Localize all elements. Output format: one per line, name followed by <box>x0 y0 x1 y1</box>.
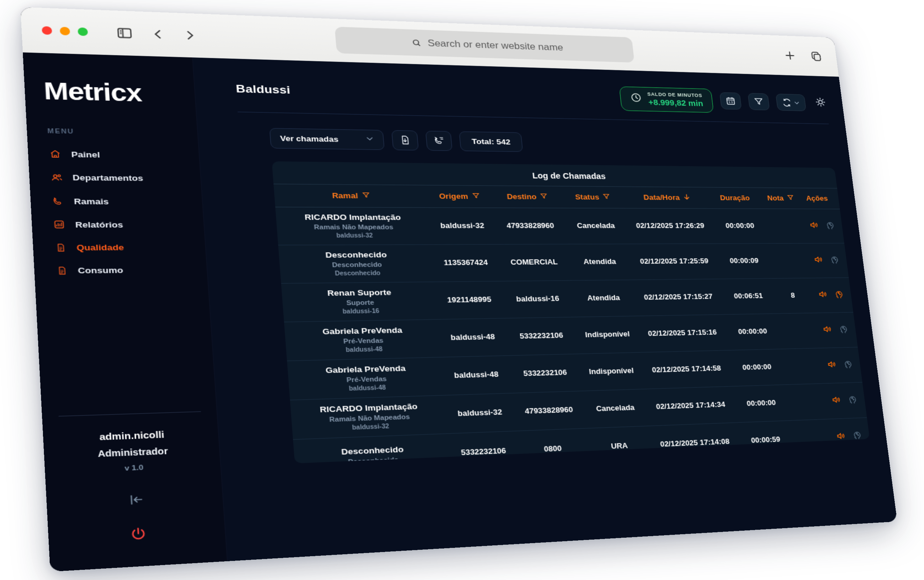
export-file-button[interactable] <box>391 130 419 150</box>
play-audio-icon[interactable] <box>813 255 824 266</box>
column-header[interactable]: Origem <box>425 185 494 207</box>
column-header[interactable]: Ações <box>797 188 840 208</box>
column-header[interactable]: Status <box>561 186 625 208</box>
acoes-cell <box>819 356 861 375</box>
menu-item-label: Qualidade <box>76 243 124 252</box>
column-sort-filter-icon[interactable] <box>540 193 549 201</box>
back-button[interactable] <box>151 28 165 40</box>
play-audio-icon[interactable] <box>830 395 841 406</box>
ramal-cell: RICARDO Implantação Ramais Não Mapeados … <box>276 209 431 242</box>
status-cell: URA <box>587 437 651 455</box>
acoes-cell <box>828 427 870 447</box>
destino-cell: 47933828960 <box>495 218 566 233</box>
duracao-cell: 00:00:59 <box>738 432 793 448</box>
menu-item-label: Painel <box>71 150 100 159</box>
origem-cell: baldussi-48 <box>439 329 507 346</box>
column-sort-filter-icon[interactable] <box>471 192 480 201</box>
main-content: Baldussi SALDO DE MINUTOS +8.999,82 min <box>193 58 897 561</box>
ai-analysis-icon[interactable] <box>838 324 849 336</box>
nota-cell <box>779 327 815 334</box>
ai-analysis-icon[interactable] <box>829 255 840 266</box>
browser-window: Search or enter website name Metricx MEN… <box>20 7 897 572</box>
user-role: Administrador <box>61 445 204 460</box>
play-audio-icon[interactable] <box>822 325 832 336</box>
new-tab-icon[interactable] <box>783 49 797 61</box>
calendar-button[interactable] <box>719 92 742 110</box>
logout-power-icon[interactable] <box>129 526 147 545</box>
destino-cell: baldussi-16 <box>502 291 573 307</box>
filter-button[interactable] <box>748 93 770 110</box>
ramal-group: Pré-Vendas <box>346 375 387 384</box>
address-bar[interactable]: Search or enter website name <box>335 27 634 63</box>
zoom-window-button[interactable] <box>78 27 88 36</box>
destino-cell: 0800 <box>516 440 589 458</box>
column-sort-filter-icon[interactable] <box>786 194 795 203</box>
sidebar-menu-item[interactable]: Relatórios <box>48 216 189 233</box>
column-sort-filter-icon[interactable] <box>602 193 611 202</box>
address-bar-placeholder: Search or enter website name <box>427 38 564 53</box>
ramal-extension: baldussi-32 <box>352 423 389 431</box>
sidebar-menu-item[interactable]: Consumo <box>50 261 192 279</box>
datahora-cell: 02/12/2025 17:15:27 <box>634 289 723 305</box>
ramal-cell: Renan Suporte Suporte baldussi-16 <box>281 284 437 319</box>
ramal-name: Desconhecido <box>325 250 387 260</box>
ramal-name: RICARDO Implantação <box>320 402 418 414</box>
forward-button[interactable] <box>183 29 197 41</box>
user-name: admin.nicolli <box>59 428 203 443</box>
column-header[interactable]: Destino <box>492 186 563 208</box>
ramal-cell: Gabriela PreVenda Pré-Vendas baldussi-48 <box>284 321 441 358</box>
ramal-extension: baldussi-16 <box>342 308 380 315</box>
metricx-logo: Metricx <box>40 77 180 108</box>
ramal-extension: baldussi-32 <box>336 232 373 239</box>
play-audio-icon[interactable] <box>817 290 828 301</box>
datahora-cell: 02/12/2025 17:14:08 <box>650 433 740 452</box>
column-sort-filter-icon[interactable] <box>361 191 371 200</box>
ramal-extension: baldussi-48 <box>346 346 383 353</box>
ai-analysis-icon[interactable] <box>842 359 854 371</box>
ramal-cell: Gabriela PreVenda Pré-Vendas baldussi-48 <box>287 359 444 397</box>
status-cell: Cancelada <box>564 218 627 233</box>
refresh-button[interactable] <box>776 94 806 111</box>
ramal-name: Desconhecido <box>341 445 404 456</box>
column-header-label: Duração <box>719 194 750 202</box>
ai-analysis-icon[interactable] <box>824 220 836 231</box>
ramal-name: RICARDO Implantação <box>304 213 401 222</box>
call-log-panel: Log de Chamadas Ramal Origem <box>272 161 870 463</box>
play-audio-icon[interactable] <box>826 360 837 371</box>
ai-analysis-icon[interactable] <box>847 394 858 406</box>
sidebar-menu-item[interactable]: Departamentos <box>45 168 186 187</box>
minimize-window-button[interactable] <box>60 27 70 35</box>
column-header[interactable]: Duração <box>709 188 764 208</box>
ramal-group: Pré-Vendas <box>343 337 384 345</box>
ai-analysis-icon[interactable] <box>851 430 863 442</box>
status-cell: Atendida <box>572 290 635 306</box>
table-row[interactable]: RICARDO Implantação Ramais Não Mapeados … <box>275 207 844 246</box>
sidebar-toggle-icon[interactable] <box>116 26 134 40</box>
column-sort-filter-icon[interactable] <box>683 193 691 202</box>
table-body: RICARDO Implantação Ramais Não Mapeados … <box>275 207 870 463</box>
view-mode-value: Ver chamadas <box>280 134 338 143</box>
tab-overview-icon[interactable] <box>809 51 823 62</box>
user-block: admin.nicolli Administrador v 1.0 <box>59 428 205 475</box>
ai-analysis-icon[interactable] <box>833 289 845 300</box>
ramal-group: Ramais Não Mapeados <box>314 224 394 231</box>
theme-toggle-sun-icon[interactable] <box>814 97 827 110</box>
toolbar: Ver chamadas Total: 542 <box>269 128 833 156</box>
view-mode-select[interactable]: Ver chamadas <box>269 128 385 150</box>
column-header[interactable]: Data/Hora <box>622 187 711 208</box>
call-list-button[interactable] <box>426 131 453 151</box>
column-header[interactable]: Nota <box>761 188 800 209</box>
sidebar-menu-item[interactable]: Painel <box>44 145 184 164</box>
origem-cell: baldussi-32 <box>428 218 497 233</box>
duracao-cell: 00:00:00 <box>734 395 789 412</box>
menu-item-icon <box>55 266 68 275</box>
close-window-button[interactable] <box>42 26 52 35</box>
play-audio-icon[interactable] <box>835 431 846 442</box>
sidebar-menu-item[interactable]: Ramais <box>46 193 187 210</box>
sidebar-menu-item[interactable]: Qualidade <box>49 239 190 256</box>
table-row[interactable]: Desconhecido Desconhecido Desconhecido 1… <box>278 243 848 283</box>
play-audio-icon[interactable] <box>808 221 819 231</box>
column-header[interactable]: Ramal <box>274 184 427 207</box>
collapse-sidebar-icon[interactable] <box>127 493 145 510</box>
page-background: Search or enter website name Metricx MEN… <box>0 0 924 580</box>
